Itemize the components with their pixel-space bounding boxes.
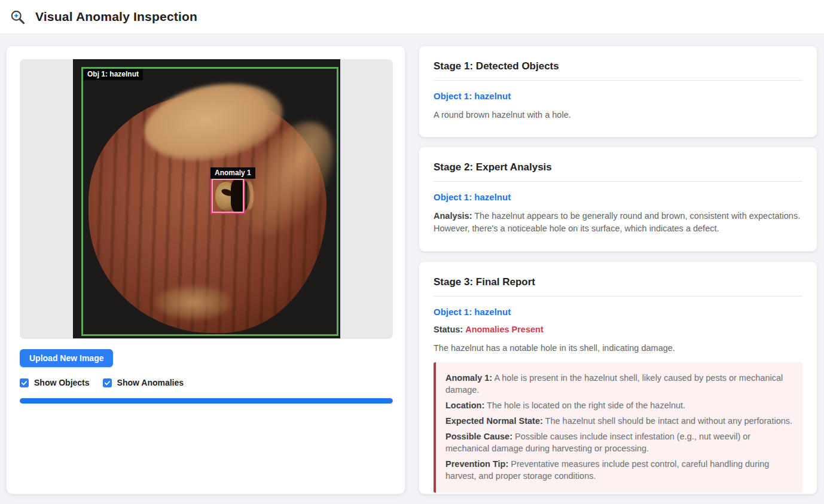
show-objects-label: Show Objects: [34, 378, 90, 387]
display-options: Show Objects Show Anomalies: [20, 378, 392, 387]
status-line: Status: Anomalies Present: [434, 323, 802, 336]
anomaly-detail-text: The hazelnut shell should be intact and …: [545, 416, 793, 426]
stage-2-title: Stage 2: Expert Analysis: [434, 161, 802, 173]
anomaly-detail-row: Location: The hole is located on the rig…: [445, 399, 793, 411]
inspected-image: Obj 1: hazelnut Anomaly 1: [73, 59, 340, 338]
image-viewer: Obj 1: hazelnut Anomaly 1: [20, 59, 393, 339]
anomaly-detail-text: The hole is located on the right side of…: [487, 401, 685, 410]
show-anomalies-checkbox[interactable]: Show Anomalies: [103, 378, 184, 387]
divider: [434, 80, 802, 81]
stage-1-card: Stage 1: Detected Objects Object 1: haze…: [419, 45, 817, 138]
checkbox-checked-icon[interactable]: [20, 378, 29, 387]
analysis-label: Analysis:: [434, 211, 472, 221]
anomaly-detail-label: Location:: [445, 401, 484, 410]
zoom-in-icon: [10, 9, 26, 25]
stage-3-title: Stage 3: Final Report: [434, 276, 802, 288]
app-header: Visual Anomaly Inspection: [0, 0, 824, 34]
anomaly-bounding-box: Anomaly 1: [210, 178, 245, 214]
stage-2-analysis: Analysis: The hazelnut appears to be gen…: [434, 210, 802, 235]
progress-bar: [20, 398, 393, 404]
anomaly-detail-box: Anomaly 1: A hole is present in the haze…: [434, 362, 802, 493]
stage-3-object-link[interactable]: Object 1: hazelnut: [434, 307, 802, 317]
anomaly-detail-row: Prevention Tip: Preventative measures in…: [445, 458, 793, 482]
stage-1-title: Stage 1: Detected Objects: [434, 60, 802, 72]
status-badge: Anomalies Present: [465, 325, 544, 334]
anomaly-detail-label: Prevention Tip:: [445, 459, 508, 469]
progress-bar-fill: [20, 398, 393, 404]
stage-1-description: A round brown hazelnut with a hole.: [434, 109, 802, 121]
divider: [434, 296, 802, 297]
anomaly-detail-row: Anomaly 1: A hole is present in the haze…: [445, 372, 793, 396]
inspection-panel: Obj 1: hazelnut Anomaly 1 Upload New Ima…: [6, 45, 405, 494]
anomaly-detail-label: Anomaly 1:: [445, 373, 492, 383]
page-title: Visual Anomaly Inspection: [35, 10, 197, 24]
anomaly-box-label: Anomaly 1: [210, 167, 255, 179]
status-label: Status:: [434, 325, 463, 334]
show-objects-checkbox[interactable]: Show Objects: [20, 378, 90, 387]
upload-new-image-button[interactable]: Upload New Image: [20, 349, 113, 367]
anomaly-detail-text: A hole is present in the hazelnut shell,…: [445, 373, 783, 395]
stage-3-summary: The hazelnut has a notable hole in its s…: [434, 342, 802, 355]
stage-2-card: Stage 2: Expert Analysis Object 1: hazel…: [419, 146, 817, 252]
divider: [434, 181, 802, 182]
checkbox-checked-icon[interactable]: [103, 378, 112, 387]
analysis-text: The hazelnut appears to be generally rou…: [434, 211, 800, 233]
anomaly-detail-label: Expected Normal State:: [445, 416, 543, 426]
show-anomalies-label: Show Anomalies: [117, 378, 184, 387]
anomaly-detail-row: Expected Normal State: The hazelnut shel…: [445, 415, 793, 427]
stage-1-object-link[interactable]: Object 1: hazelnut: [434, 91, 802, 101]
stage-2-object-link[interactable]: Object 1: hazelnut: [434, 192, 802, 202]
object-box-label: Obj 1: hazelnut: [83, 69, 143, 80]
anomaly-detail-label: Possible Cause:: [445, 432, 512, 441]
anomaly-detail-row: Possible Cause: Possible causes include …: [445, 430, 793, 454]
stage-3-card: Stage 3: Final Report Object 1: hazelnut…: [419, 261, 817, 494]
object-bounding-box: Obj 1: hazelnut: [81, 67, 338, 336]
